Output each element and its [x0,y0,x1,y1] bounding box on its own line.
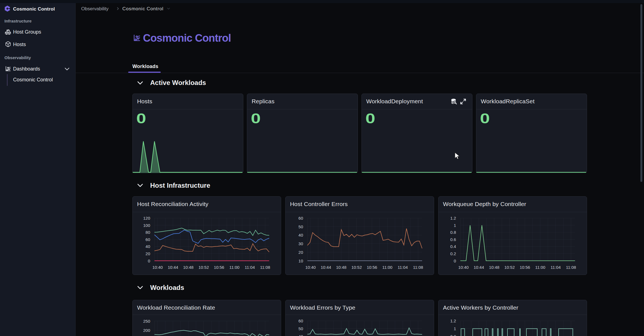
svg-text:50: 50 [298,326,303,331]
svg-text:0.4: 0.4 [450,244,456,249]
svg-text:11:00: 11:00 [535,265,545,270]
svg-text:10:48: 10:48 [183,265,194,270]
svg-text:10:40: 10:40 [305,265,316,270]
svg-text:200: 200 [143,328,150,333]
svg-text:120: 120 [143,216,150,220]
svg-text:250: 250 [143,319,150,324]
svg-text:40: 40 [145,244,150,249]
svg-text:80: 80 [145,230,150,235]
svg-text:60: 60 [145,237,150,242]
svg-text:10:56: 10:56 [520,265,530,270]
svg-text:60: 60 [298,216,303,220]
svg-text:10:44: 10:44 [168,265,178,270]
svg-text:10:56: 10:56 [367,265,377,270]
svg-text:11:00: 11:00 [229,265,239,270]
svg-text:10:40: 10:40 [458,265,469,270]
svg-text:20: 20 [298,250,303,255]
svg-text:11:00: 11:00 [382,265,392,270]
svg-text:11:04: 11:04 [245,265,255,270]
svg-text:1: 1 [454,326,456,331]
svg-text:50: 50 [298,224,303,229]
svg-text:10:52: 10:52 [199,265,209,270]
svg-text:10:52: 10:52 [504,265,515,270]
svg-text:10:56: 10:56 [214,265,224,270]
svg-text:10:52: 10:52 [351,265,362,270]
svg-text:1.2: 1.2 [450,216,456,220]
svg-text:10:44: 10:44 [321,265,331,270]
svg-text:10:44: 10:44 [474,265,484,270]
svg-text:10:40: 10:40 [152,265,163,270]
svg-text:20: 20 [145,251,150,256]
svg-text:11:08: 11:08 [260,265,270,270]
svg-text:10: 10 [298,259,303,263]
svg-text:0: 0 [148,259,150,263]
svg-text:60: 60 [298,319,303,323]
svg-text:0.6: 0.6 [450,237,456,242]
svg-text:11:08: 11:08 [566,265,576,270]
svg-text:0: 0 [454,259,456,263]
svg-text:0.8: 0.8 [450,230,456,235]
svg-text:30: 30 [298,241,303,246]
svg-text:11:04: 11:04 [551,265,561,270]
svg-text:100: 100 [143,223,150,228]
svg-text:0.2: 0.2 [450,251,456,256]
svg-text:40: 40 [298,334,303,336]
svg-text:10:48: 10:48 [336,265,346,270]
svg-text:0.8: 0.8 [450,334,456,336]
svg-text:10:48: 10:48 [489,265,499,270]
svg-text:11:04: 11:04 [398,265,408,270]
svg-text:40: 40 [298,233,303,237]
svg-text:1.2: 1.2 [450,319,456,323]
svg-text:11:08: 11:08 [413,265,423,270]
svg-text:1: 1 [454,223,456,228]
